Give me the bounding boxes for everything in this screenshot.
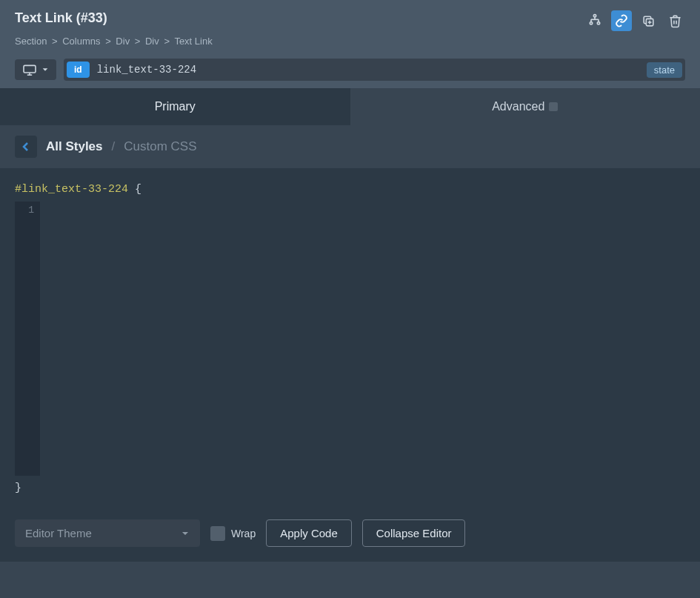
toolbar: id link_text-33-224 state xyxy=(0,54,700,88)
duplicate-icon[interactable] xyxy=(638,10,659,31)
breadcrumb-sep: > xyxy=(135,36,141,47)
code-editor[interactable]: 1 xyxy=(15,202,685,476)
subheader-root[interactable]: All Styles xyxy=(46,139,103,154)
subheader-sep: / xyxy=(112,139,116,154)
tab-primary[interactable]: Primary xyxy=(0,88,350,125)
subheader: All Styles / Custom CSS xyxy=(0,125,700,168)
tab-label: Advanced xyxy=(492,100,544,113)
page-title: Text Link (#33) xyxy=(15,10,107,26)
caret-down-icon xyxy=(181,530,190,537)
editor-footer: Editor Theme Wrap Apply Code Collapse Ed… xyxy=(0,509,700,562)
device-selector[interactable] xyxy=(15,59,56,80)
breadcrumb-sep: > xyxy=(52,36,58,47)
breadcrumb-sep: > xyxy=(105,36,111,47)
trash-icon[interactable] xyxy=(664,10,685,31)
breadcrumb: Section > Columns > Div > Div > Text Lin… xyxy=(15,36,685,47)
apply-code-button[interactable]: Apply Code xyxy=(266,519,352,547)
breadcrumb-sep: > xyxy=(164,36,170,47)
code-area[interactable] xyxy=(40,202,685,476)
header-actions xyxy=(584,10,685,31)
id-badge[interactable]: id xyxy=(67,62,90,78)
wrap-checkbox[interactable] xyxy=(210,526,225,541)
link-icon[interactable] xyxy=(611,10,632,31)
breadcrumb-item[interactable]: Columns xyxy=(62,36,100,47)
structure-icon[interactable] xyxy=(584,10,605,31)
tab-advanced[interactable]: Advanced xyxy=(350,88,701,125)
tabs: Primary Advanced xyxy=(0,88,700,125)
id-input-wrapper: id link_text-33-224 state xyxy=(64,59,685,81)
breadcrumb-item[interactable]: Section xyxy=(15,36,47,47)
header-panel: Text Link (#33) Section > Columns > Div … xyxy=(0,0,700,54)
svg-point-6 xyxy=(597,22,599,24)
wrap-toggle: Wrap xyxy=(210,526,256,541)
collapse-editor-button[interactable]: Collapse Editor xyxy=(362,519,466,547)
breadcrumb-item[interactable]: Div xyxy=(116,36,130,47)
theme-select-label: Editor Theme xyxy=(25,527,92,539)
line-number: 1 xyxy=(18,205,34,216)
state-badge[interactable]: state xyxy=(647,62,682,78)
css-open-brace: { xyxy=(135,183,141,196)
breadcrumb-item[interactable]: Text Link xyxy=(174,36,212,47)
tab-indicator-icon xyxy=(549,102,558,111)
id-value[interactable]: link_text-33-224 xyxy=(97,64,647,76)
desktop-icon xyxy=(22,64,37,76)
css-selector-line: #link_text-33-224 { xyxy=(15,183,685,196)
line-gutter: 1 xyxy=(15,202,40,476)
wrap-label: Wrap xyxy=(231,528,256,539)
breadcrumb-item[interactable]: Div xyxy=(145,36,159,47)
svg-point-0 xyxy=(593,15,596,17)
css-editor-panel: #link_text-33-224 { 1 } xyxy=(0,168,700,509)
chevron-down-icon xyxy=(41,66,49,73)
svg-rect-10 xyxy=(24,65,36,73)
svg-point-5 xyxy=(590,22,592,24)
tab-label: Primary xyxy=(155,100,196,113)
subheader-current: Custom CSS xyxy=(124,139,196,154)
theme-select[interactable]: Editor Theme xyxy=(15,519,200,547)
css-selector: #link_text-33-224 xyxy=(15,183,128,196)
back-button[interactable] xyxy=(15,136,37,158)
chevron-left-icon xyxy=(21,142,30,152)
css-close-brace: } xyxy=(15,482,685,494)
